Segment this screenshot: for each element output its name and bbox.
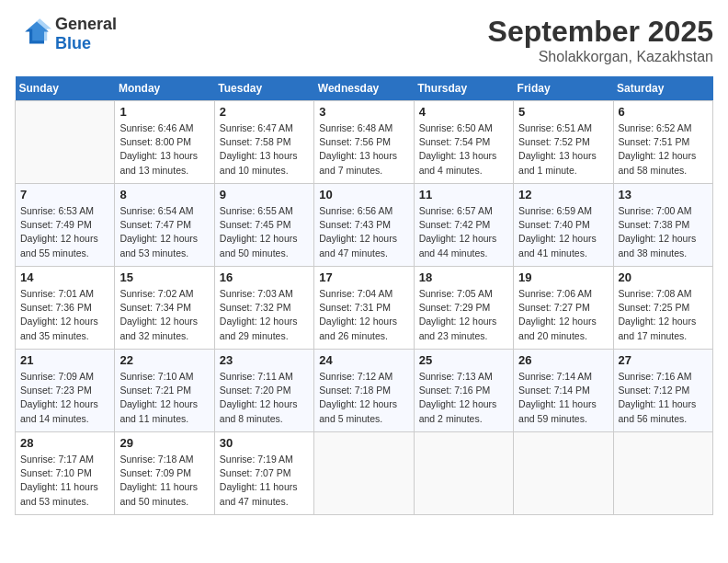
header-monday: Monday (115, 76, 214, 101)
day-number: 15 (119, 270, 209, 284)
day-info: Sunrise: 7:00 AMSunset: 7:38 PMDaylight:… (619, 204, 708, 260)
day-info: Sunrise: 7:05 AMSunset: 7:29 PMDaylight:… (419, 287, 508, 343)
calendar-week-row: 14Sunrise: 7:01 AMSunset: 7:36 PMDayligh… (16, 267, 713, 350)
day-number: 21 (20, 353, 109, 367)
day-number: 13 (619, 188, 708, 201)
day-number: 28 (20, 436, 109, 450)
day-info: Sunrise: 7:01 AMSunset: 7:36 PMDaylight:… (20, 287, 109, 343)
calendar-cell (16, 101, 115, 184)
day-number: 23 (220, 353, 309, 367)
calendar-cell: 11Sunrise: 6:57 AMSunset: 7:42 PMDayligh… (414, 184, 513, 267)
calendar-cell: 14Sunrise: 7:01 AMSunset: 7:36 PMDayligh… (16, 267, 115, 350)
day-number: 26 (518, 353, 608, 367)
calendar-cell: 20Sunrise: 7:08 AMSunset: 7:25 PMDayligh… (613, 267, 712, 350)
calendar-cell (514, 432, 613, 515)
calendar-cell: 16Sunrise: 7:03 AMSunset: 7:32 PMDayligh… (214, 267, 313, 350)
day-number: 25 (419, 353, 508, 367)
calendar-cell: 17Sunrise: 7:04 AMSunset: 7:31 PMDayligh… (314, 267, 414, 350)
calendar-cell: 26Sunrise: 7:14 AMSunset: 7:14 PMDayligh… (514, 350, 613, 432)
calendar-week-row: 1Sunrise: 6:46 AMSunset: 8:00 PMDaylight… (16, 101, 713, 184)
day-info: Sunrise: 7:03 AMSunset: 7:32 PMDaylight:… (220, 287, 309, 343)
day-info: Sunrise: 7:19 AMSunset: 7:07 PMDaylight:… (220, 453, 309, 509)
calendar-cell: 4Sunrise: 6:50 AMSunset: 7:54 PMDaylight… (414, 101, 513, 184)
header-tuesday: Tuesday (214, 76, 313, 101)
day-info: Sunrise: 7:12 AMSunset: 7:18 PMDaylight:… (319, 370, 408, 426)
day-info: Sunrise: 7:10 AMSunset: 7:21 PMDaylight:… (119, 370, 209, 426)
calendar-table: SundayMondayTuesdayWednesdayThursdayFrid… (15, 76, 713, 515)
calendar-cell: 24Sunrise: 7:12 AMSunset: 7:18 PMDayligh… (314, 350, 414, 432)
logo: General Blue (15, 15, 117, 53)
day-info: Sunrise: 7:17 AMSunset: 7:10 PMDaylight:… (20, 453, 109, 509)
day-number: 29 (119, 436, 209, 450)
header-saturday: Saturday (613, 76, 712, 101)
day-number: 5 (518, 105, 608, 119)
day-number: 16 (220, 270, 309, 284)
day-info: Sunrise: 6:47 AMSunset: 7:58 PMDaylight:… (220, 121, 309, 178)
calendar-cell: 3Sunrise: 6:48 AMSunset: 7:56 PMDaylight… (314, 101, 414, 184)
day-info: Sunrise: 6:53 AMSunset: 7:49 PMDaylight:… (20, 204, 109, 260)
day-info: Sunrise: 7:13 AMSunset: 7:16 PMDaylight:… (419, 370, 508, 426)
calendar-cell: 10Sunrise: 6:56 AMSunset: 7:43 PMDayligh… (314, 184, 414, 267)
calendar-cell: 28Sunrise: 7:17 AMSunset: 7:10 PMDayligh… (16, 432, 115, 515)
day-info: Sunrise: 7:02 AMSunset: 7:34 PMDaylight:… (119, 287, 209, 343)
day-number: 2 (220, 105, 309, 119)
header-thursday: Thursday (414, 76, 513, 101)
page-header: General Blue September 2025 Sholakkorgan… (15, 15, 713, 65)
day-number: 27 (619, 353, 708, 367)
calendar-cell: 25Sunrise: 7:13 AMSunset: 7:16 PMDayligh… (414, 350, 513, 432)
calendar-cell: 27Sunrise: 7:16 AMSunset: 7:12 PMDayligh… (613, 350, 712, 432)
day-number: 12 (518, 188, 608, 201)
day-info: Sunrise: 6:55 AMSunset: 7:45 PMDaylight:… (220, 204, 309, 260)
day-number: 3 (319, 105, 408, 119)
day-number: 24 (319, 353, 408, 367)
logo-text: General Blue (55, 15, 117, 53)
calendar-cell: 5Sunrise: 6:51 AMSunset: 7:52 PMDaylight… (514, 101, 613, 184)
day-number: 4 (419, 105, 508, 119)
day-number: 1 (119, 105, 209, 119)
day-number: 8 (119, 188, 209, 201)
header-sunday: Sunday (16, 76, 115, 101)
day-number: 22 (119, 353, 209, 367)
calendar-cell (414, 432, 513, 515)
day-number: 20 (619, 270, 708, 284)
day-info: Sunrise: 6:57 AMSunset: 7:42 PMDaylight:… (419, 204, 508, 260)
calendar-header-row: SundayMondayTuesdayWednesdayThursdayFrid… (16, 76, 713, 101)
calendar-cell: 22Sunrise: 7:10 AMSunset: 7:21 PMDayligh… (115, 350, 214, 432)
day-info: Sunrise: 6:48 AMSunset: 7:56 PMDaylight:… (319, 121, 408, 178)
day-info: Sunrise: 7:16 AMSunset: 7:12 PMDaylight:… (619, 370, 708, 426)
calendar-cell: 29Sunrise: 7:18 AMSunset: 7:09 PMDayligh… (115, 432, 214, 515)
calendar-cell: 15Sunrise: 7:02 AMSunset: 7:34 PMDayligh… (115, 267, 214, 350)
calendar-cell (314, 432, 414, 515)
location-subtitle: Sholakkorgan, Kazakhstan (488, 49, 713, 65)
calendar-cell (613, 432, 712, 515)
day-number: 17 (319, 270, 408, 284)
calendar-week-row: 21Sunrise: 7:09 AMSunset: 7:23 PMDayligh… (16, 350, 713, 432)
logo-general-text: General (55, 15, 117, 34)
day-number: 10 (319, 188, 408, 201)
calendar-week-row: 7Sunrise: 6:53 AMSunset: 7:49 PMDaylight… (16, 184, 713, 267)
day-info: Sunrise: 6:59 AMSunset: 7:40 PMDaylight:… (518, 204, 608, 260)
day-info: Sunrise: 6:46 AMSunset: 8:00 PMDaylight:… (119, 121, 209, 178)
calendar-cell: 13Sunrise: 7:00 AMSunset: 7:38 PMDayligh… (613, 184, 712, 267)
day-info: Sunrise: 7:14 AMSunset: 7:14 PMDaylight:… (518, 370, 608, 426)
day-info: Sunrise: 6:50 AMSunset: 7:54 PMDaylight:… (419, 121, 508, 178)
calendar-week-row: 28Sunrise: 7:17 AMSunset: 7:10 PMDayligh… (16, 432, 713, 515)
logo-blue-text: Blue (55, 34, 117, 53)
day-number: 9 (220, 188, 309, 201)
calendar-cell: 23Sunrise: 7:11 AMSunset: 7:20 PMDayligh… (214, 350, 313, 432)
calendar-cell: 12Sunrise: 6:59 AMSunset: 7:40 PMDayligh… (514, 184, 613, 267)
day-number: 6 (619, 105, 708, 119)
day-info: Sunrise: 7:08 AMSunset: 7:25 PMDaylight:… (619, 287, 708, 343)
calendar-cell: 1Sunrise: 6:46 AMSunset: 8:00 PMDaylight… (115, 101, 214, 184)
calendar-cell: 2Sunrise: 6:47 AMSunset: 7:58 PMDaylight… (214, 101, 313, 184)
day-number: 18 (419, 270, 508, 284)
calendar-cell: 9Sunrise: 6:55 AMSunset: 7:45 PMDaylight… (214, 184, 313, 267)
day-number: 11 (419, 188, 508, 201)
header-friday: Friday (514, 76, 613, 101)
title-block: September 2025 Sholakkorgan, Kazakhstan (488, 15, 713, 65)
calendar-cell: 6Sunrise: 6:52 AMSunset: 7:51 PMDaylight… (613, 101, 712, 184)
calendar-cell: 30Sunrise: 7:19 AMSunset: 7:07 PMDayligh… (214, 432, 313, 515)
logo-icon (15, 16, 51, 52)
day-number: 19 (518, 270, 608, 284)
calendar-cell: 19Sunrise: 7:06 AMSunset: 7:27 PMDayligh… (514, 267, 613, 350)
